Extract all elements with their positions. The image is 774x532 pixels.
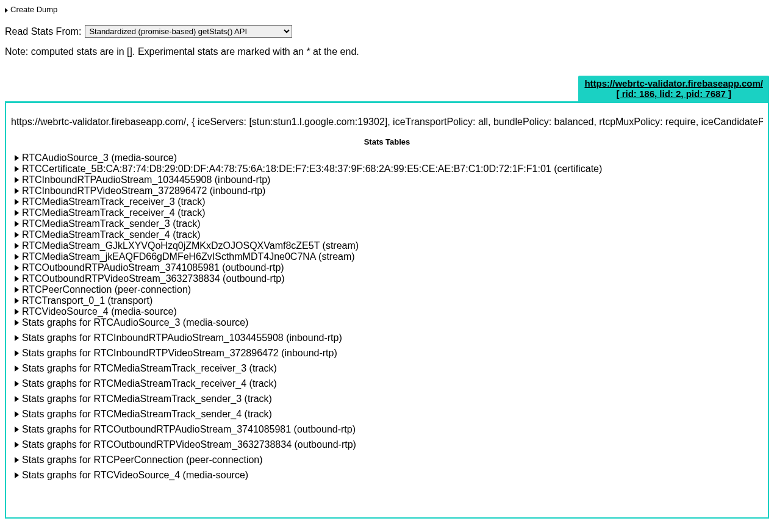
stats-item[interactable]: RTCAudioSource_3 (media-source) <box>15 153 763 164</box>
stats-item-label: RTCMediaStreamTrack_receiver_4 (track) <box>22 207 206 218</box>
stats-item[interactable]: RTCMediaStream_GJkLXYVQoHzq0jZMKxDzOJOSQ… <box>15 240 763 251</box>
stats-item-label: Stats graphs for RTCPeerConnection (peer… <box>22 455 263 465</box>
stats-item-label: Stats graphs for RTCInboundRTPAudioStrea… <box>22 332 342 343</box>
disclosure-triangle-icon <box>15 254 19 260</box>
stats-item-label: RTCMediaStreamTrack_receiver_3 (track) <box>22 196 206 207</box>
stats-item[interactable]: Stats graphs for RTCPeerConnection (peer… <box>15 455 763 466</box>
disclosure-triangle-icon <box>15 442 19 448</box>
stats-item[interactable]: Stats graphs for RTCOutboundRTPAudioStre… <box>15 424 763 435</box>
stats-item[interactable]: Stats graphs for RTCInboundRTPVideoStrea… <box>15 348 763 359</box>
stats-item-label: Stats graphs for RTCInboundRTPVideoStrea… <box>22 348 337 358</box>
stats-item-label: RTCMediaStreamTrack_sender_3 (track) <box>22 218 201 229</box>
stats-tables-heading: Stats Tables <box>11 137 763 146</box>
stats-item[interactable]: Stats graphs for RTCVideoSource_4 (media… <box>15 470 763 481</box>
read-stats-select[interactable]: Standardized (promise-based) getStats() … <box>85 25 292 38</box>
stats-item-label: Stats graphs for RTCVideoSource_4 (media… <box>22 470 248 480</box>
stats-item[interactable]: RTCCertificate_5B:CA:87:74:D8:29:0D:DF:A… <box>15 164 763 174</box>
stats-list: RTCAudioSource_3 (media-source)RTCCertif… <box>11 153 763 481</box>
tab-url: https://webrtc-validator.firebaseapp.com… <box>584 78 763 88</box>
stats-item-label: Stats graphs for RTCMediaStreamTrack_sen… <box>22 394 272 404</box>
stats-item[interactable]: Stats graphs for RTCMediaStreamTrack_rec… <box>15 363 763 374</box>
stats-item-label: Stats graphs for RTCMediaStreamTrack_rec… <box>22 363 277 373</box>
disclosure-triangle-icon <box>15 396 19 402</box>
note-text: Note: computed stats are in []. Experime… <box>5 46 769 57</box>
stats-panel: https://webrtc-validator.firebaseapp.com… <box>5 101 769 519</box>
disclosure-triangle-icon <box>15 298 19 304</box>
stats-item-label: Stats graphs for RTCOutboundRTPAudioStre… <box>22 424 356 434</box>
stats-item[interactable]: RTCMediaStreamTrack_sender_3 (track) <box>15 218 763 229</box>
tab-bar: https://webrtc-validator.firebaseapp.com… <box>5 76 769 101</box>
disclosure-triangle-icon <box>15 320 19 326</box>
disclosure-triangle-icon <box>15 188 19 194</box>
stats-item-label: Stats graphs for RTCOutboundRTPVideoStre… <box>22 439 356 450</box>
stats-item[interactable]: Stats graphs for RTCInboundRTPAudioStrea… <box>15 332 763 343</box>
disclosure-triangle-icon <box>15 472 19 478</box>
disclosure-triangle-icon <box>15 232 19 238</box>
stats-item-label: RTCMediaStreamTrack_sender_4 (track) <box>22 229 201 240</box>
stats-item-label: RTCOutboundRTPVideoStream_3632738834 (ou… <box>22 273 285 284</box>
disclosure-triangle-icon <box>15 287 19 293</box>
panel-config-line: https://webrtc-validator.firebaseapp.com… <box>11 117 763 128</box>
read-stats-label: Read Stats From: <box>5 26 81 37</box>
disclosure-triangle-icon <box>15 210 19 216</box>
stats-item[interactable]: Stats graphs for RTCMediaStreamTrack_sen… <box>15 409 763 420</box>
stats-item[interactable]: RTCMediaStreamTrack_sender_4 (track) <box>15 229 763 240</box>
disclosure-triangle-icon <box>5 8 8 13</box>
stats-item-label: RTCAudioSource_3 (media-source) <box>22 153 177 163</box>
disclosure-triangle-icon <box>15 199 19 205</box>
disclosure-triangle-icon <box>15 350 19 356</box>
stats-item[interactable]: Stats graphs for RTCMediaStreamTrack_rec… <box>15 378 763 389</box>
stats-item-label: RTCCertificate_5B:CA:87:74:D8:29:0D:DF:A… <box>22 164 602 174</box>
disclosure-triangle-icon <box>15 309 19 315</box>
stats-item-label: RTCOutboundRTPAudioStream_3741085981 (ou… <box>22 262 284 273</box>
disclosure-triangle-icon <box>15 265 19 271</box>
stats-item-label: RTCVideoSource_4 (media-source) <box>22 306 177 317</box>
stats-item[interactable]: RTCTransport_0_1 (transport) <box>15 295 763 306</box>
stats-item[interactable]: RTCInboundRTPAudioStream_1034455908 (inb… <box>15 174 763 185</box>
disclosure-triangle-icon <box>15 221 19 227</box>
stats-item[interactable]: RTCMediaStreamTrack_receiver_4 (track) <box>15 207 763 218</box>
disclosure-triangle-icon <box>15 155 19 161</box>
stats-item-label: RTCMediaStream_jkEAQFD66gDMFeH6ZvIScthmM… <box>22 251 355 262</box>
disclosure-triangle-icon <box>15 335 19 341</box>
stats-item[interactable]: RTCMediaStreamTrack_receiver_3 (track) <box>15 196 763 207</box>
disclosure-triangle-icon <box>15 166 19 172</box>
stats-item[interactable]: RTCInboundRTPVideoStream_372896472 (inbo… <box>15 185 763 196</box>
stats-item[interactable]: RTCPeerConnection (peer-connection) <box>15 284 763 295</box>
stats-item-label: Stats graphs for RTCMediaStreamTrack_sen… <box>22 409 272 419</box>
stats-item-label: RTCTransport_0_1 (transport) <box>22 295 152 306</box>
stats-item[interactable]: RTCVideoSource_4 (media-source) <box>15 306 763 317</box>
stats-item-label: RTCInboundRTPVideoStream_372896472 (inbo… <box>22 185 265 196</box>
stats-item[interactable]: RTCMediaStream_jkEAQFD66gDMFeH6ZvIScthmM… <box>15 251 763 262</box>
read-stats-row: Read Stats From: Standardized (promise-b… <box>5 25 769 38</box>
stats-item-label: RTCInboundRTPAudioStream_1034455908 (inb… <box>22 174 270 185</box>
create-dump-label: Create Dump <box>10 5 57 14</box>
stats-item[interactable]: Stats graphs for RTCMediaStreamTrack_sen… <box>15 394 763 404</box>
tab-ids: [ rid: 186, lid: 2, pid: 7687 ] <box>584 88 763 99</box>
disclosure-triangle-icon <box>15 381 19 387</box>
stats-item-label: RTCPeerConnection (peer-connection) <box>22 284 191 295</box>
disclosure-triangle-icon <box>15 457 19 463</box>
disclosure-triangle-icon <box>15 365 19 372</box>
disclosure-triangle-icon <box>15 426 19 433</box>
stats-item[interactable]: Stats graphs for RTCOutboundRTPVideoStre… <box>15 439 763 450</box>
disclosure-triangle-icon <box>15 411 19 417</box>
disclosure-triangle-icon <box>15 243 19 249</box>
stats-item-label: Stats graphs for RTCAudioSource_3 (media… <box>22 317 248 328</box>
stats-item-label: RTCMediaStream_GJkLXYVQoHzq0jZMKxDzOJOSQ… <box>22 240 359 251</box>
create-dump-details[interactable]: Create Dump <box>5 5 769 14</box>
stats-item[interactable]: RTCOutboundRTPVideoStream_3632738834 (ou… <box>15 273 763 284</box>
stats-item[interactable]: Stats graphs for RTCAudioSource_3 (media… <box>15 317 763 328</box>
disclosure-triangle-icon <box>15 177 19 183</box>
disclosure-triangle-icon <box>15 276 19 282</box>
connection-tab[interactable]: https://webrtc-validator.firebaseapp.com… <box>578 76 769 101</box>
stats-item[interactable]: RTCOutboundRTPAudioStream_3741085981 (ou… <box>15 262 763 273</box>
stats-item-label: Stats graphs for RTCMediaStreamTrack_rec… <box>22 378 277 389</box>
